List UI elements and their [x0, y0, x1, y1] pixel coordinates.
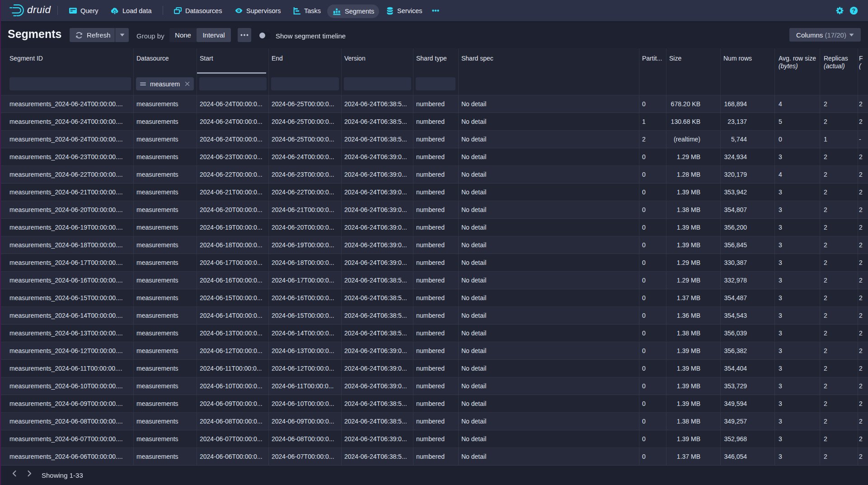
svg-text:?: ? [852, 8, 855, 14]
